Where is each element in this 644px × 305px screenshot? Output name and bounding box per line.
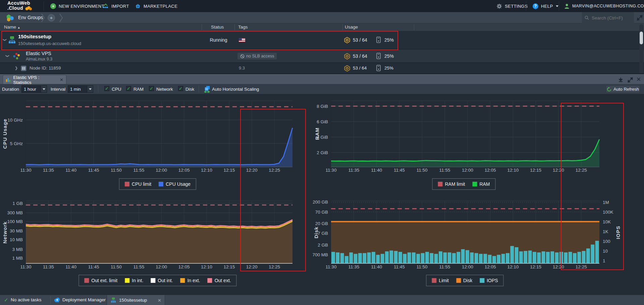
nav-divider (526, 1, 526, 11)
chevron-down-icon (87, 86, 93, 92)
breadcrumb[interactable]: Env Groups (18, 15, 43, 20)
statistics-panel-titlebar: Elastic VPS : Statistics ✕ ✕ (0, 74, 644, 84)
breadcrumb-bar: Env Groups + (0, 12, 644, 24)
legend-label: Disk (463, 278, 472, 283)
legend-item[interactable]: In ext. (180, 278, 200, 283)
legend-swatch (438, 182, 442, 186)
env-os: AlmaLinux 9.3 (26, 57, 52, 61)
env-row-150sitessetup[interactable]: ❯ 150sitessetup 150sitessetup.us-accuweb… (0, 31, 644, 49)
chevron-down-icon[interactable]: ❯ (3, 38, 7, 41)
search-box (582, 12, 634, 24)
cpu-checkbox-label: CPU (112, 87, 121, 92)
user-icon (564, 3, 570, 9)
new-environment-button[interactable]: + NEW ENVIRONMENT (50, 0, 104, 12)
active-tasks-status: No active tasks (11, 297, 42, 302)
ram-checkbox[interactable]: ✓ (126, 86, 131, 91)
legend-label: IOPS (487, 278, 498, 283)
add-group-button[interactable]: + (48, 14, 55, 21)
cpu-checkbox[interactable]: ✓ (104, 86, 109, 91)
disk-usage-icon (376, 65, 381, 71)
expand-icon[interactable] (637, 15, 643, 21)
legend-swatch (159, 182, 163, 186)
cpu-legend: CPU limitCPU Usage (119, 178, 196, 190)
auto-horizontal-scaling-label[interactable]: Auto Horizontal Scaling (212, 87, 259, 92)
chevron-down-icon (556, 5, 558, 7)
legend-label: Out int. (158, 278, 173, 283)
help-menu[interactable]: ? HELP (533, 0, 558, 12)
legend-item[interactable]: RAM limit (438, 181, 465, 187)
legend-label: RAM (479, 181, 490, 187)
legend-swatch (432, 278, 436, 283)
legend-swatch (125, 182, 129, 186)
deployment-manager-icon (54, 297, 60, 302)
taskbar-tab-label: 150sitessetup (119, 298, 147, 303)
legend-item[interactable]: Out int. (151, 278, 173, 283)
legend-item[interactable]: CPU limit (125, 181, 151, 187)
import-button[interactable]: IMPORT (103, 0, 129, 12)
legend-label: Out ext. (215, 278, 231, 283)
legend-swatch (151, 278, 155, 283)
legend-item[interactable]: RAM (472, 181, 490, 187)
plus-icon: + (50, 3, 56, 9)
column-status[interactable]: Status (211, 25, 224, 30)
help-label: HELP (541, 4, 553, 9)
auto-refresh-button[interactable]: Auto Refresh (606, 85, 640, 93)
user-menu[interactable]: MARVIN@ACCUWEBHOSTING.COM (564, 0, 644, 12)
disk-usage-icon (376, 37, 381, 43)
column-tags[interactable]: Tags (238, 25, 248, 30)
legend-item[interactable]: Out ext. limit (84, 278, 117, 283)
brand-logo[interactable]: AccuWeb .Cloud (7, 1, 33, 11)
env-row-elastic-vps[interactable]: ❯ Elastic VPS AlmaLinux 9.3 no SLB acces… (0, 49, 644, 63)
legend-swatch (84, 278, 89, 283)
legend-item[interactable]: In int. (125, 278, 143, 283)
settings-button[interactable]: SETTINGS (496, 0, 528, 12)
close-tab-icon[interactable]: ✕ (60, 77, 63, 82)
node-name[interactable]: Node ID: 11859 (30, 66, 61, 71)
close-panel-icon[interactable]: ✕ (636, 76, 641, 83)
env-groups-icon (6, 14, 14, 22)
brand-line1: AccuWeb (7, 1, 33, 6)
node-icon (21, 66, 26, 71)
scrollbar-thumb[interactable] (640, 32, 643, 44)
legend-label: Limit (439, 278, 449, 283)
close-taskbar-tab-icon[interactable]: ✕ (158, 298, 161, 303)
network-checkbox[interactable]: ✓ (149, 86, 154, 91)
check-icon: ✓ (4, 297, 8, 303)
top-navbar: AccuWeb .Cloud + NEW ENVIRONMENT IMPORT … (0, 0, 644, 12)
cloudlets-usage: 53 / 64 (353, 66, 367, 71)
env-name[interactable]: Elastic VPS (26, 51, 51, 56)
legend-item[interactable]: Disk (456, 278, 472, 283)
legend-label: CPU Usage (166, 181, 191, 187)
scrollbar[interactable] (639, 24, 643, 74)
marketplace-button[interactable]: MARKETPLACE (135, 0, 177, 12)
interval-select[interactable]: 1 min (68, 85, 93, 93)
statistics-panel-body (0, 94, 644, 295)
help-icon: ? (533, 3, 538, 9)
breadcrumb-separator (41, 13, 45, 22)
legend-item[interactable]: IOPS (480, 278, 498, 283)
auto-horizontal-scaling-icon (204, 86, 211, 93)
column-usage[interactable]: Usage (345, 25, 358, 30)
search-input[interactable] (592, 15, 631, 20)
legend-item[interactable]: Out ext. (208, 278, 231, 283)
node-row[interactable]: ❯ Node ID: 11859 9.3 53 / 64 25% (0, 63, 644, 74)
legend-item[interactable]: CPU Usage (159, 181, 191, 187)
cloudlets-usage: 53 / 64 (353, 37, 367, 43)
maximize-icon[interactable] (628, 77, 633, 83)
legend-item[interactable]: Limit (432, 278, 449, 283)
deployment-manager-tab[interactable]: Deployment Manager (62, 297, 106, 302)
chevron-down-icon (41, 86, 47, 92)
chevron-down-icon[interactable]: ❯ (5, 54, 10, 57)
disk-checkbox[interactable]: ✓ (178, 86, 183, 91)
statistics-tab[interactable]: Elastic VPS : Statistics ✕ (3, 75, 66, 84)
download-icon[interactable] (618, 77, 623, 82)
disk-checkbox-label: Disk (185, 87, 194, 92)
environment-icon (8, 36, 16, 44)
duration-select[interactable]: 1 hour (21, 85, 47, 93)
network-checkbox-label: Network (156, 87, 173, 92)
disk-legend: LimitDiskIOPS (426, 275, 503, 286)
chevron-right-icon[interactable]: ❯ (15, 66, 18, 70)
env-name[interactable]: 150sitessetup (18, 34, 51, 39)
taskbar-tab-150sitessetup[interactable]: 150sitessetup ✕ (107, 295, 165, 305)
column-name[interactable]: Name ▲ (4, 25, 20, 30)
